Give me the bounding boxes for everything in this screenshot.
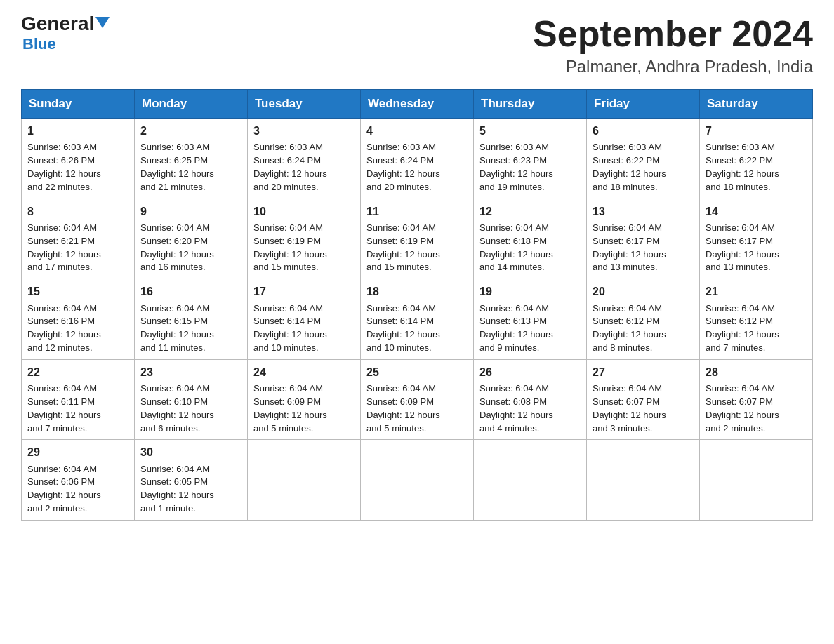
header-tuesday: Tuesday [248,90,361,119]
day-number: 19 [479,283,581,300]
day-info: Sunrise: 6:03 AMSunset: 6:24 PMDaylight:… [366,142,440,192]
table-row: 19 Sunrise: 6:04 AMSunset: 6:13 PMDaylig… [474,279,587,360]
day-info: Sunrise: 6:04 AMSunset: 6:14 PMDaylight:… [253,303,327,354]
logo-main: General [21,14,110,34]
day-info: Sunrise: 6:03 AMSunset: 6:24 PMDaylight:… [253,142,327,192]
table-row: 28 Sunrise: 6:04 AMSunset: 6:07 PMDaylig… [700,359,813,440]
table-row: 29 Sunrise: 6:04 AMSunset: 6:06 PMDaylig… [22,440,135,521]
table-row [587,440,700,521]
header-thursday: Thursday [474,90,587,119]
location-title: Palmaner, Andhra Pradesh, India [533,57,813,76]
calendar-week-2: 8 Sunrise: 6:04 AMSunset: 6:21 PMDayligh… [22,199,813,279]
day-info: Sunrise: 6:04 AMSunset: 6:16 PMDaylight:… [27,303,101,354]
day-number: 7 [706,123,807,139]
day-info: Sunrise: 6:04 AMSunset: 6:18 PMDaylight:… [479,222,553,273]
day-number: 5 [479,123,581,139]
header-sunday: Sunday [22,90,135,119]
table-row: 5 Sunrise: 6:03 AMSunset: 6:23 PMDayligh… [474,119,587,199]
header-wednesday: Wednesday [361,90,474,119]
day-info: Sunrise: 6:04 AMSunset: 6:05 PMDaylight:… [140,464,214,514]
day-number: 6 [593,123,694,139]
day-info: Sunrise: 6:03 AMSunset: 6:22 PMDaylight:… [706,142,779,192]
table-row: 7 Sunrise: 6:03 AMSunset: 6:22 PMDayligh… [700,119,813,199]
day-info: Sunrise: 6:04 AMSunset: 6:09 PMDaylight:… [253,383,327,434]
day-info: Sunrise: 6:03 AMSunset: 6:23 PMDaylight:… [479,142,553,192]
table-row: 3 Sunrise: 6:03 AMSunset: 6:24 PMDayligh… [248,119,361,199]
table-row: 15 Sunrise: 6:04 AMSunset: 6:16 PMDaylig… [22,279,135,360]
day-number: 23 [140,364,241,380]
logo-blue-text: Blue [21,35,56,53]
day-number: 14 [706,203,807,220]
day-info: Sunrise: 6:04 AMSunset: 6:10 PMDaylight:… [140,383,214,434]
logo-general-text: General [21,13,94,34]
day-number: 4 [366,123,468,139]
logo: General Blue [21,14,110,53]
day-number: 11 [366,203,468,220]
day-number: 26 [479,364,581,380]
table-row: 11 Sunrise: 6:04 AMSunset: 6:19 PMDaylig… [361,199,474,279]
table-row: 23 Sunrise: 6:04 AMSunset: 6:10 PMDaylig… [135,359,248,440]
day-number: 20 [593,283,694,300]
table-row: 27 Sunrise: 6:04 AMSunset: 6:07 PMDaylig… [587,359,700,440]
table-row: 9 Sunrise: 6:04 AMSunset: 6:20 PMDayligh… [135,199,248,279]
calendar-week-5: 29 Sunrise: 6:04 AMSunset: 6:06 PMDaylig… [22,440,813,521]
day-number: 3 [253,123,355,139]
table-row [361,440,474,521]
header-saturday: Saturday [700,90,813,119]
day-info: Sunrise: 6:04 AMSunset: 6:12 PMDaylight:… [706,303,779,354]
day-info: Sunrise: 6:04 AMSunset: 6:11 PMDaylight:… [27,383,101,434]
header-monday: Monday [135,90,248,119]
table-row: 13 Sunrise: 6:04 AMSunset: 6:17 PMDaylig… [587,199,700,279]
day-number: 10 [253,203,355,220]
day-number: 13 [593,203,694,220]
table-row [474,440,587,521]
table-row [700,440,813,521]
day-info: Sunrise: 6:04 AMSunset: 6:07 PMDaylight:… [593,383,666,434]
day-number: 30 [140,444,241,460]
table-row: 4 Sunrise: 6:03 AMSunset: 6:24 PMDayligh… [361,119,474,199]
day-info: Sunrise: 6:03 AMSunset: 6:26 PMDaylight:… [27,142,101,192]
table-row: 21 Sunrise: 6:04 AMSunset: 6:12 PMDaylig… [700,279,813,360]
day-number: 1 [27,123,128,139]
day-info: Sunrise: 6:03 AMSunset: 6:22 PMDaylight:… [593,142,666,192]
day-info: Sunrise: 6:04 AMSunset: 6:07 PMDaylight:… [706,383,779,434]
table-row: 16 Sunrise: 6:04 AMSunset: 6:15 PMDaylig… [135,279,248,360]
day-info: Sunrise: 6:04 AMSunset: 6:13 PMDaylight:… [479,303,553,354]
table-row: 22 Sunrise: 6:04 AMSunset: 6:11 PMDaylig… [22,359,135,440]
day-info: Sunrise: 6:04 AMSunset: 6:08 PMDaylight:… [479,383,553,434]
day-number: 9 [140,203,241,220]
table-row: 14 Sunrise: 6:04 AMSunset: 6:17 PMDaylig… [700,199,813,279]
table-row: 10 Sunrise: 6:04 AMSunset: 6:19 PMDaylig… [248,199,361,279]
day-number: 25 [366,364,468,380]
header-friday: Friday [587,90,700,119]
calendar-week-1: 1 Sunrise: 6:03 AMSunset: 6:26 PMDayligh… [22,119,813,199]
table-row: 2 Sunrise: 6:03 AMSunset: 6:25 PMDayligh… [135,119,248,199]
table-row: 1 Sunrise: 6:03 AMSunset: 6:26 PMDayligh… [22,119,135,199]
page-header: General Blue September 2024 Palmaner, An… [21,14,813,76]
day-info: Sunrise: 6:04 AMSunset: 6:19 PMDaylight:… [366,222,440,273]
table-row: 30 Sunrise: 6:04 AMSunset: 6:05 PMDaylig… [135,440,248,521]
day-number: 8 [27,203,128,220]
day-info: Sunrise: 6:04 AMSunset: 6:17 PMDaylight:… [706,222,779,273]
day-number: 22 [27,364,128,380]
day-info: Sunrise: 6:04 AMSunset: 6:09 PMDaylight:… [366,383,440,434]
calendar-table: Sunday Monday Tuesday Wednesday Thursday… [21,89,813,521]
table-row: 25 Sunrise: 6:04 AMSunset: 6:09 PMDaylig… [361,359,474,440]
table-row: 6 Sunrise: 6:03 AMSunset: 6:22 PMDayligh… [587,119,700,199]
table-row [248,440,361,521]
day-number: 24 [253,364,355,380]
table-row: 8 Sunrise: 6:04 AMSunset: 6:21 PMDayligh… [22,199,135,279]
table-row: 24 Sunrise: 6:04 AMSunset: 6:09 PMDaylig… [248,359,361,440]
day-number: 28 [706,364,807,380]
calendar-header-row: Sunday Monday Tuesday Wednesday Thursday… [22,90,813,119]
day-number: 17 [253,283,355,300]
day-info: Sunrise: 6:04 AMSunset: 6:21 PMDaylight:… [27,222,101,273]
logo-triangle-icon [95,17,110,28]
calendar-week-3: 15 Sunrise: 6:04 AMSunset: 6:16 PMDaylig… [22,279,813,360]
title-area: September 2024 Palmaner, Andhra Pradesh,… [533,14,813,76]
day-number: 15 [27,283,128,300]
table-row: 20 Sunrise: 6:04 AMSunset: 6:12 PMDaylig… [587,279,700,360]
day-number: 21 [706,283,807,300]
day-number: 18 [366,283,468,300]
day-info: Sunrise: 6:04 AMSunset: 6:06 PMDaylight:… [27,464,101,514]
